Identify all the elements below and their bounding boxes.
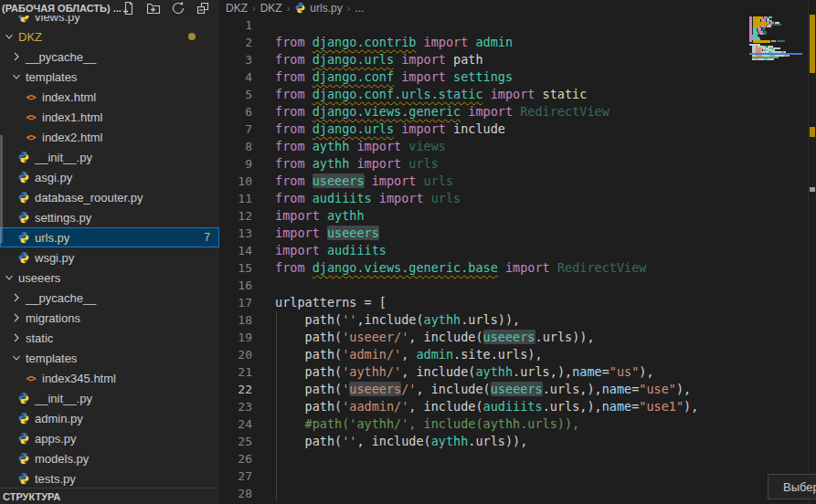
code-line-16[interactable]: 16 — [219, 277, 816, 294]
minimap-line-fragment — [767, 26, 771, 27]
tree-item-label: migrations — [26, 311, 80, 325]
tree-item-database-roouter-py[interactable]: database_roouter.py — [0, 187, 219, 207]
chevron-right-icon — [11, 332, 22, 343]
line-number: 6 — [219, 103, 252, 121]
tree-item--pycache-[interactable]: __pycache__ — [0, 288, 219, 308]
code-line-20[interactable]: 20 path('admin/', admin.site.urls), — [219, 346, 816, 363]
code-line-1[interactable]: 1 — [219, 16, 816, 34]
tree-item-index2-html[interactable]: <>index2.html — [0, 127, 219, 147]
line-number: 16 — [219, 277, 252, 294]
line-number: 22 — [219, 381, 252, 398]
line-content: from django.urls import include — [275, 121, 505, 138]
line-number: 21 — [219, 363, 252, 381]
code-line-18[interactable]: 18 path('',include(aythh.urls)), — [219, 311, 816, 329]
code-line-10[interactable]: 10from useeers import urls — [219, 173, 816, 190]
tree-item-label: index345.html — [42, 372, 116, 385]
code-line-9[interactable]: 9from aythh import urls — [219, 155, 816, 173]
code-line-12[interactable]: 12import aythh — [219, 207, 816, 225]
sidebar-scrollbar[interactable] — [0, 135, 3, 243]
python-icon — [16, 171, 30, 184]
code-line-7[interactable]: 7from django.urls import include — [219, 121, 816, 138]
code-line-11[interactable]: 11from audiiits import urls — [219, 190, 816, 207]
tree-item--init-py[interactable]: __init__.py — [0, 388, 219, 408]
code-line-19[interactable]: 19 path('useeer/', include(useeers.urls)… — [219, 329, 816, 346]
tree-item--init-py[interactable]: __init__.py — [0, 147, 219, 167]
line-number: 19 — [219, 329, 252, 346]
tree-item-dkz[interactable]: DKZ — [0, 26, 219, 47]
line-number: 3 — [219, 51, 252, 68]
line-number: 7 — [219, 121, 252, 138]
code-line-5[interactable]: 5from django.conf.urls.static import sta… — [219, 86, 816, 103]
line-content: from django.conf import settings — [275, 68, 513, 86]
new-file-icon[interactable] — [122, 1, 136, 16]
chevron-right-icon — [11, 292, 22, 303]
line-content: import useeers — [275, 225, 379, 242]
eol-tooltip-text: Выберите последовательность конца строки — [783, 480, 816, 494]
minimap-line-fragment — [753, 40, 771, 43]
tree-item--pycache-[interactable]: __pycache__ — [0, 47, 219, 67]
line-number: 28 — [219, 485, 252, 502]
editor-pane: DKZ › DKZ › urls.py › ... 12from django.… — [219, 0, 816, 504]
tree-item-index345-html[interactable]: <>index345.html — [0, 368, 219, 388]
line-number: 18 — [219, 311, 252, 329]
tree-item-label: index.html — [42, 90, 96, 104]
python-icon — [16, 231, 30, 245]
code-line-13[interactable]: 13import useeers — [219, 225, 816, 242]
tree-item-wsgi-py[interactable]: wsgi.py — [0, 247, 219, 268]
ruler-mark — [810, 15, 815, 73]
tree-item-label: admin.py — [35, 412, 83, 425]
line-number: 25 — [219, 433, 252, 450]
tree-item-label: __pycache__ — [26, 50, 96, 64]
tree-item-index-html[interactable]: <>index.html — [0, 87, 219, 107]
tree-item-templates[interactable]: templates — [0, 348, 219, 368]
code-line-26[interactable]: 26 — [219, 450, 816, 467]
code-line-21[interactable]: 21 path('aythh/', include(aythh.urls,),n… — [219, 363, 816, 381]
minimap-line-fragment — [759, 33, 764, 35]
code-line-3[interactable]: 3from django.urls import path — [219, 51, 816, 68]
line-content: from django.conf.urls.static import stat… — [275, 86, 587, 103]
code-line-6[interactable]: 6from django.views.generic import Redire… — [219, 103, 816, 121]
code-line-24[interactable]: 24 #path('aythh/', include(aythh.urls)), — [219, 415, 816, 433]
outline-section-header[interactable]: СТРУКТУРА — [0, 488, 219, 504]
new-folder-icon[interactable] — [146, 1, 161, 16]
tree-item-static[interactable]: static — [0, 328, 219, 348]
python-icon — [16, 191, 30, 205]
minimap[interactable] — [749, 0, 808, 504]
minimap-line-fragment — [771, 40, 776, 42]
code-line-27[interactable]: 27 — [219, 467, 816, 485]
line-number: 12 — [219, 207, 252, 225]
tree-item-admin-py[interactable]: admin.py — [0, 408, 219, 428]
tree-item-migrations[interactable]: migrations — [0, 308, 219, 328]
tree-item-index1-html[interactable]: <>index1.html — [0, 107, 219, 127]
tree-item-settings-py[interactable]: settings.py — [0, 207, 219, 227]
collapse-all-icon[interactable] — [196, 1, 210, 16]
chevron-down-icon — [11, 71, 22, 82]
minimap-line-fragment — [774, 47, 779, 49]
line-number: 14 — [219, 242, 252, 259]
code-line-14[interactable]: 14import audiiits — [219, 242, 816, 259]
tree-item-templates[interactable]: templates — [0, 67, 219, 87]
code-area[interactable]: 12from django.contrib import admin3from … — [219, 0, 816, 504]
tree-item-apps-py[interactable]: apps.py — [0, 428, 219, 448]
line-content: from audiiits import urls — [275, 190, 461, 207]
code-line-22[interactable]: 22 path('useeers/', include(useeers.urls… — [219, 381, 816, 398]
tree-item-models-py[interactable]: models.py — [0, 448, 219, 468]
line-number: 15 — [219, 259, 252, 277]
code-line-25[interactable]: 25 path('', include(aythh.urls)), — [219, 433, 816, 450]
tree-item-useeers[interactable]: useeers — [0, 268, 219, 288]
code-line-2[interactable]: 2from django.contrib import admin — [219, 34, 816, 51]
tree-item-tests-py[interactable]: tests.py — [0, 468, 219, 488]
tree-item-urls-py[interactable]: urls.py7 — [0, 227, 219, 247]
code-line-8[interactable]: 8from aythh import views — [219, 138, 816, 155]
tree-item-asgi-py[interactable]: asgi.py — [0, 167, 219, 187]
code-line-4[interactable]: 4from django.conf import settings — [219, 68, 816, 86]
code-line-17[interactable]: 17urlpatterns = [ — [219, 294, 816, 311]
explorer-sidebar: views.pyDKZ__pycache__templates<>index.h… — [0, 0, 219, 504]
line-number: 4 — [219, 68, 252, 86]
refresh-icon[interactable] — [171, 1, 185, 16]
overview-ruler[interactable] — [809, 0, 816, 504]
code-line-28[interactable]: 28 — [219, 485, 816, 502]
code-line-15[interactable]: 15from django.views.generic.base import … — [219, 259, 816, 277]
chevron-right-icon — [11, 312, 22, 323]
code-line-23[interactable]: 23 path('aadmin/', include(audiiits.urls… — [219, 398, 816, 415]
